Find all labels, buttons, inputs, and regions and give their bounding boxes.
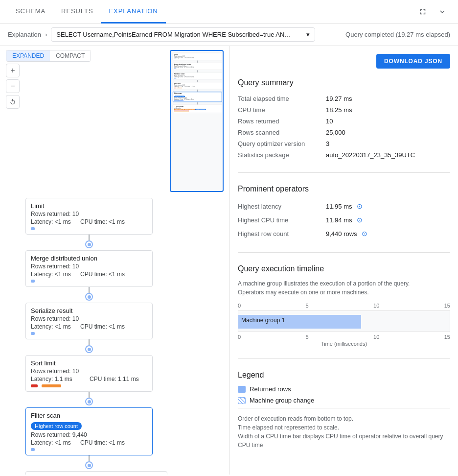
legend-title: Legend <box>238 371 450 380</box>
summary-value-4: 3 <box>326 138 450 149</box>
operator-filter-latency: Latency: <1 ms <box>31 439 71 446</box>
expand-button[interactable] <box>435 4 450 20</box>
summary-label-2: Rows returned <box>238 116 326 127</box>
summary-row-5: Statistics package auto_20220317_23_35_3… <box>238 149 450 161</box>
operator-serialize-latency: Latency: <1 ms <box>31 323 71 330</box>
breadcrumb-arrow: › <box>45 31 47 38</box>
query-select-chevron: ▾ <box>306 31 310 38</box>
operator-merge-cpu: CPU time: <1 ms <box>80 271 125 278</box>
operator-limit-cpu: CPU time: <1 ms <box>80 218 125 225</box>
operator-merge-rows: Rows returned: 10 <box>31 263 147 270</box>
operator-limit-bars <box>31 227 147 230</box>
timeline-section: Query execution timeline A machine group… <box>238 264 450 347</box>
cpu-bar <box>42 384 61 387</box>
legend-label-1: Machine group change <box>250 397 314 404</box>
summary-value-3: 25,000 <box>326 127 450 138</box>
operator-serialize-bars <box>31 332 147 335</box>
legend-item-1: Machine group change <box>238 397 450 404</box>
summary-label-3: Rows scanned <box>238 127 326 138</box>
prominent-label-2: Highest row count <box>238 227 326 240</box>
operator-sort-rows: Rows returned: 10 <box>31 368 147 375</box>
download-json-button[interactable]: DOWNLOAD JSON <box>376 54 450 69</box>
divider-3 <box>238 358 450 359</box>
summary-row-4: Query optimizer version 3 <box>238 138 450 149</box>
summary-row-2: Rows returned 10 <box>238 116 450 127</box>
view-toggle: EXPANDED COMPACT <box>6 50 91 62</box>
operator-merge-latency-cpu: Latency: <1 ms CPU time: <1 ms <box>31 271 147 278</box>
timeline-desc-1: A machine group illustrates the executio… <box>238 280 410 287</box>
query-summary-title: Query summary <box>238 78 450 87</box>
reset-zoom-button[interactable] <box>6 95 20 109</box>
operator-merge[interactable]: Merge distributed union Rows returned: 1… <box>25 250 153 287</box>
right-panel: DOWNLOAD JSON Query summary Total elapse… <box>230 46 458 475</box>
prominent-table: Highest latency 11.95 ms ⊙ Highest CPU t… <box>238 199 450 240</box>
tab-schema[interactable]: SCHEMA <box>8 0 53 24</box>
link-icon-1[interactable]: ⊙ <box>357 216 363 224</box>
filter-badges: Highest row count <box>31 421 147 430</box>
connector-3 <box>89 339 90 349</box>
operator-sort-cpu: CPU time: 1.11 ms <box>90 376 139 382</box>
prominent-row-1: Highest CPU time 11.94 ms ⊙ <box>238 213 450 227</box>
operator-serialize[interactable]: Serialize result Rows returned: 10 Laten… <box>25 303 153 339</box>
operator-filter-latency-cpu: Latency: <1 ms CPU time: <1 ms <box>31 439 147 446</box>
operator-sort-bars <box>31 384 147 387</box>
connector-1 <box>89 235 90 244</box>
summary-row-1: CPU time 18.25 ms <box>238 104 450 116</box>
controls-row: EXPANDED COMPACT + − Limit Rows returned <box>0 46 229 192</box>
operator-table-scan[interactable]: ⚠ Table scan on Migration Full scan High… <box>25 471 167 475</box>
zoom-out-button[interactable]: − <box>6 79 20 93</box>
timeline-chart: 0 5 10 15 Machine group 1 0 5 10 15 Time… <box>238 303 450 347</box>
link-icon-0[interactable]: ⊙ <box>357 202 363 210</box>
tab-actions <box>415 4 450 20</box>
legend-box-returned-rows <box>238 386 246 393</box>
operator-limit-latency-cpu: Latency: <1 ms CPU time: <1 ms <box>31 218 147 225</box>
zoom-in-button[interactable]: + <box>6 64 20 77</box>
fullscreen-button[interactable] <box>415 4 431 20</box>
operator-merge-bars <box>31 280 147 283</box>
link-icon-2[interactable]: ⊙ <box>362 230 367 238</box>
legend-section: Legend Returned rows Machine group chang… <box>238 371 450 450</box>
compact-view-btn[interactable]: COMPACT <box>50 50 91 61</box>
legend-label-0: Returned rows <box>250 385 291 393</box>
summary-value-0: 19.27 ms <box>326 93 450 104</box>
connector-2 <box>89 287 90 297</box>
zoom-column: EXPANDED COMPACT + − <box>6 50 91 192</box>
prominent-value-2-text: 9,440 rows <box>326 230 357 238</box>
prominent-value-0: 11.95 ms ⊙ <box>326 199 450 213</box>
operator-serialize-title: Serialize result <box>31 307 147 314</box>
summary-table: Total elapsed time 19.27 ms CPU time 18.… <box>238 93 450 161</box>
operator-sort-limit[interactable]: Sort limit Rows returned: 10 Latency: 1.… <box>25 355 153 392</box>
operator-limit[interactable]: Limit Rows returned: 10 Latency: <1 ms C… <box>25 198 153 235</box>
summary-label-0: Total elapsed time <box>238 93 326 104</box>
prominent-operators-title: Prominent operators <box>238 185 450 193</box>
summary-row-3: Rows scanned 25,000 <box>238 127 450 138</box>
tab-explanation[interactable]: EXPLANATION <box>101 0 165 24</box>
timeline-axis-bottom: 0 5 10 15 <box>238 334 450 340</box>
summary-label-1: CPU time <box>238 104 326 116</box>
summary-row-0: Total elapsed time 19.27 ms <box>238 93 450 104</box>
top-tabs: SCHEMA RESULTS EXPLANATION <box>0 0 458 24</box>
operator-sort-title: Sort limit <box>31 359 147 367</box>
prominent-value-0-text: 11.95 ms <box>326 203 352 210</box>
timeline-desc-2: Operators may execute on one or more mac… <box>238 289 368 296</box>
main-layout: EXPANDED COMPACT + − Limit Rows returned <box>0 46 458 475</box>
tab-results[interactable]: RESULTS <box>53 0 101 24</box>
latency-bar <box>31 448 35 451</box>
prominent-row-0: Highest latency 11.95 ms ⊙ <box>238 199 450 213</box>
latency-bar <box>31 227 35 230</box>
timeline-desc: A machine group illustrates the executio… <box>238 279 450 297</box>
operator-filter-scan[interactable]: Filter scan Highest row count Rows retur… <box>25 407 153 455</box>
operator-merge-latency: Latency: <1 ms <box>31 271 71 278</box>
query-select[interactable]: SELECT Username,PointsEarned FROM Migrat… <box>51 27 315 42</box>
expanded-view-btn[interactable]: EXPANDED <box>6 50 50 61</box>
prominent-value-2: 9,440 rows ⊙ <box>326 227 450 240</box>
prominent-label-0: Highest latency <box>238 199 326 213</box>
latency-bar <box>31 384 38 387</box>
query-status: Query completed (19.27 ms elapsed) <box>345 31 450 38</box>
minimap[interactable]: Limit Rows returned: 10 Latency: <1 ms C… <box>170 50 224 192</box>
summary-label-4: Query optimizer version <box>238 138 326 149</box>
left-panel: EXPANDED COMPACT + − Limit Rows returned <box>0 46 230 475</box>
operator-filter-bars <box>31 448 147 451</box>
divider-1 <box>238 172 450 173</box>
operator-list: Limit Rows returned: 10 Latency: <1 ms C… <box>20 192 229 475</box>
